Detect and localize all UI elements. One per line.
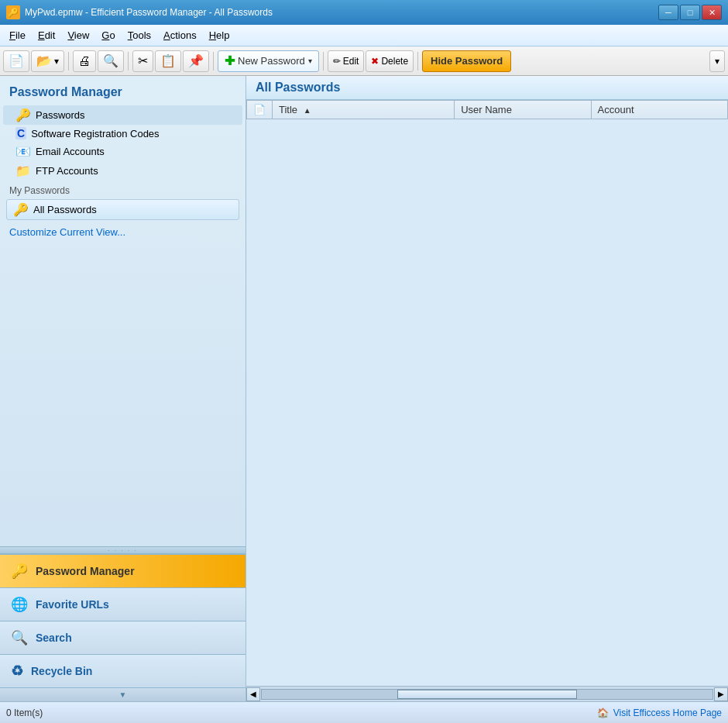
menu-bar: File Edit View Go Tools Actions Help [0,25,728,46]
th-title[interactable]: Title ▲ [272,101,454,119]
tree-item-email[interactable]: 📧 Email Accounts [3,142,242,161]
nav-password-manager[interactable]: 🔑 Password Manager [0,554,246,587]
edit-label: Edit [343,56,359,67]
edit-button[interactable]: ✏ Edit [328,50,365,72]
th-account[interactable]: Account [591,101,727,119]
cut-icon: ✂ [138,53,148,68]
registration-icon: C [15,127,26,139]
th-icon[interactable]: 📄 [247,101,273,119]
menu-actions[interactable]: Actions [157,27,203,43]
pm-header: Password Manager [3,82,242,105]
open-button[interactable]: 📂▾ [31,50,64,72]
tree-item-software-reg-label: Software Registration Codes [31,128,159,139]
tree-item-passwords-label: Passwords [36,109,85,121]
toolbar-overflow-button[interactable]: ▾ [709,50,725,72]
menu-view[interactable]: View [61,27,95,43]
tree-item-ftp[interactable]: 📁 FTP Accounts [3,161,242,181]
nav-scroll-indicator[interactable]: ▼ [0,687,246,701]
nav-search[interactable]: 🔍 Search [0,621,246,654]
divider-dots: · · · · · [108,547,137,554]
open-icon: 📂 [36,53,52,68]
minimize-button[interactable]: ─ [658,5,678,20]
hide-password-label: Hide Password [431,55,503,67]
sep5 [417,52,418,71]
dropdown-arrow-icon: ▾ [308,57,312,65]
email-icon: 📧 [15,144,31,159]
right-panel: All Passwords 📄 Title ▲ User Name [246,76,728,701]
scroll-left-button[interactable]: ◀ [246,687,260,701]
hide-password-button[interactable]: Hide Password [422,50,511,72]
table-container[interactable]: 📄 Title ▲ User Name Account [246,100,728,686]
toolbar-end: ▾ [709,50,725,72]
customize-link[interactable]: Customize Current View... [3,220,242,244]
delete-button[interactable]: ✖ Delete [366,50,414,72]
filter-all-passwords[interactable]: 🔑 All Passwords [6,199,239,220]
sep3 [213,52,214,71]
title-bar: 🔑 MyPwd.epmw - Efficient Password Manage… [0,0,728,25]
th-username[interactable]: User Name [455,101,591,119]
copy-icon: 📋 [160,53,176,68]
cut-button[interactable]: ✂ [132,50,153,72]
h-scrollbar-container: ◀ ▶ [246,686,728,701]
title-bar-left: 🔑 MyPwd.epmw - Efficient Password Manage… [6,5,273,19]
new-doc-icon: 📄 [253,104,266,115]
item-count: 0 Item(s) [6,708,43,718]
new-file-icon: 📄 [9,53,24,68]
nav-search-label: Search [36,632,72,644]
status-bar: 0 Item(s) 🏠 Visit Efficcess Home Page [0,701,728,723]
menu-go[interactable]: Go [95,27,121,43]
menu-edit[interactable]: Edit [32,27,61,43]
nav-recycle-bin[interactable]: ♻ Recycle Bin [0,654,246,687]
title-bar-controls: ─ □ ✕ [658,5,722,20]
main-layout: Password Manager 🔑 Passwords C Software … [0,76,728,701]
preview-button[interactable]: 🔍 [98,50,124,72]
right-panel-header: All Passwords [246,76,728,100]
new-file-button[interactable]: 📄 [3,50,29,72]
nav-buttons: 🔑 Password Manager 🌐 Favorite URLs 🔍 Sea… [0,554,246,687]
paste-icon: 📌 [188,53,204,68]
visit-home-label: Visit Efficcess Home Page [613,708,722,718]
menu-tools[interactable]: Tools [122,27,157,43]
menu-file[interactable]: File [3,27,32,43]
h-scrollbar-thumb[interactable] [397,690,578,699]
key-icon: 🔑 [15,108,31,122]
ftp-icon: 📁 [15,164,31,178]
plus-icon: ✚ [225,53,235,68]
paste-button[interactable]: 📌 [183,50,209,72]
visit-home-link[interactable]: 🏠 Visit Efficcess Home Page [597,708,722,718]
h-scrollbar-track[interactable] [261,689,713,700]
table-header-row: 📄 Title ▲ User Name Account [247,101,728,119]
passwords-table: 📄 Title ▲ User Name Account [246,100,728,119]
print-icon: 🖨 [78,54,91,68]
scroll-down-icon: ▼ [119,690,127,699]
tree-item-ftp-label: FTP Accounts [36,165,98,177]
edit-icon: ✏ [333,56,341,67]
maximize-button[interactable]: □ [680,5,700,20]
nav-password-manager-label: Password Manager [36,565,135,577]
nav-globe-icon: 🌐 [11,596,28,613]
scroll-right-button[interactable]: ▶ [714,687,728,701]
delete-label: Delete [381,56,408,67]
menu-help[interactable]: Help [203,27,236,43]
nav-key-icon: 🔑 [11,563,28,580]
left-panel: Password Manager 🔑 Passwords C Software … [0,76,246,701]
new-password-button[interactable]: ✚ New Password ▾ [218,50,319,72]
th-title-label: Title [279,104,297,115]
nav-favorite-urls[interactable]: 🌐 Favorite URLs [0,587,246,621]
nav-favorite-urls-label: Favorite URLs [36,598,109,611]
sep2 [128,52,129,71]
sep4 [323,52,324,71]
close-button[interactable]: ✕ [702,5,722,20]
print-button[interactable]: 🖨 [73,50,96,72]
tree-item-software-reg[interactable]: C Software Registration Codes [3,125,242,142]
tree-item-passwords[interactable]: 🔑 Passwords [3,105,242,125]
nav-recycle-bin-label: Recycle Bin [31,665,92,677]
tree-item-email-label: Email Accounts [36,146,105,157]
my-passwords-label: My Passwords [3,181,242,199]
left-resize-divider[interactable]: · · · · · [0,546,246,554]
app-icon: 🔑 [6,5,20,19]
nav-recycle-icon: ♻ [11,663,23,680]
filter-all-passwords-label: All Passwords [33,204,97,215]
delete-icon: ✖ [371,56,379,67]
copy-button[interactable]: 📋 [155,50,181,72]
